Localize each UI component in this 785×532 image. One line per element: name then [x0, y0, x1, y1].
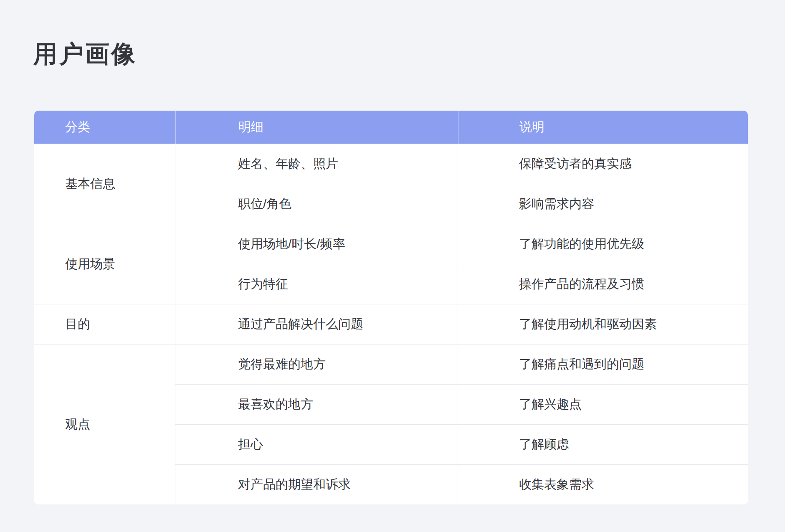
table-row: 观点 觉得最难的地方 了解痛点和遇到的问题 [34, 344, 748, 384]
category-cell-usage-scenario: 使用场景 [34, 224, 175, 304]
detail-cell: 职位/角色 [175, 184, 458, 224]
detail-cell: 行为特征 [175, 264, 458, 304]
column-header-detail: 明细 [175, 111, 458, 144]
category-cell-basic-info: 基本信息 [34, 144, 175, 224]
detail-cell: 通过产品解决什么问题 [175, 304, 458, 344]
detail-cell: 对产品的期望和诉求 [175, 464, 458, 504]
detail-cell: 最喜欢的地方 [175, 384, 458, 424]
table-row: 基本信息 姓名、年龄、照片 保障受访者的真实感 [34, 144, 748, 184]
description-cell: 了解功能的使用优先级 [458, 224, 748, 264]
description-cell: 了解痛点和遇到的问题 [458, 344, 748, 384]
category-cell-purpose: 目的 [34, 304, 175, 344]
detail-cell: 使用场地/时长/频率 [175, 224, 458, 264]
user-persona-table-card: 分类 明细 说明 基本信息 姓名、年龄、照片 保障受访者的真实感 职位/角色 影… [34, 111, 748, 504]
header-row: 分类 明细 说明 [34, 111, 748, 144]
table-row: 目的 通过产品解决什么问题 了解使用动机和驱动因素 [34, 304, 748, 344]
user-persona-table: 分类 明细 说明 基本信息 姓名、年龄、照片 保障受访者的真实感 职位/角色 影… [34, 111, 748, 504]
category-cell-opinions: 观点 [34, 344, 175, 504]
description-cell: 影响需求内容 [458, 184, 748, 224]
detail-cell: 担心 [175, 424, 458, 464]
page-title: 用户画像 [33, 42, 137, 66]
description-cell: 了解顾虑 [458, 424, 748, 464]
column-header-category: 分类 [34, 111, 175, 144]
detail-cell: 姓名、年龄、照片 [175, 144, 458, 184]
description-cell: 了解使用动机和驱动因素 [458, 304, 748, 344]
description-cell: 收集表象需求 [458, 464, 748, 504]
description-cell: 操作产品的流程及习惯 [458, 264, 748, 304]
detail-cell: 觉得最难的地方 [175, 344, 458, 384]
column-header-description: 说明 [458, 111, 748, 144]
description-cell: 了解兴趣点 [458, 384, 748, 424]
table-row: 使用场景 使用场地/时长/频率 了解功能的使用优先级 [34, 224, 748, 264]
description-cell: 保障受访者的真实感 [458, 144, 748, 184]
